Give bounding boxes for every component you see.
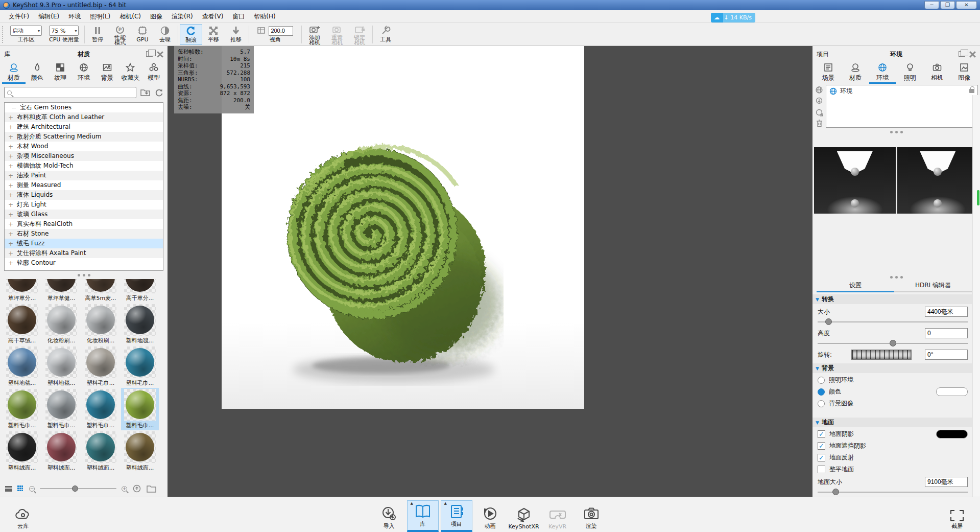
reset-camera-button[interactable]: 重置 相机 <box>326 24 348 45</box>
material-thumbnail[interactable]: 塑料毛巾... <box>42 388 80 430</box>
tools-button[interactable]: 工具 <box>374 24 397 45</box>
checkbox-icon-unchecked[interactable] <box>818 466 825 473</box>
size-slider[interactable] <box>818 318 968 326</box>
material-thumbnail[interactable]: 塑料毛巾... <box>82 388 119 430</box>
tree-item[interactable]: +油漆 Paint <box>5 171 163 180</box>
checkbox-ground-reflections[interactable]: ✓地面反射 <box>812 452 980 464</box>
workspace-combobox[interactable]: 启动▾ <box>10 26 42 36</box>
tree-item-fuzz-selected[interactable]: +绒毛 Fuzz <box>5 239 163 248</box>
pause-button[interactable]: 暂停 <box>86 24 109 45</box>
material-thumbnail[interactable]: 高干草分... <box>121 279 159 303</box>
hdri-preview[interactable] <box>897 147 979 214</box>
ground-size-slider[interactable] <box>818 489 968 496</box>
close-panel-icon[interactable] <box>157 51 163 58</box>
tab-hdri-editor[interactable]: HDRI 编辑器 <box>894 281 972 292</box>
fov-input[interactable] <box>269 26 293 36</box>
performance-mode-button[interactable]: P 性能 模式 <box>109 24 131 45</box>
ground-size-input[interactable] <box>925 477 968 487</box>
size-input[interactable] <box>925 307 968 317</box>
menu-camera[interactable]: 相机(C) <box>115 11 146 22</box>
tab-camera[interactable]: 相机 <box>923 61 950 84</box>
menu-edit[interactable]: 编辑(E) <box>34 11 64 22</box>
menu-view[interactable]: 查看(V) <box>198 11 228 22</box>
hdri-preview[interactable] <box>814 147 896 214</box>
dock-keyshotxr[interactable]: KeyShotXR <box>508 500 540 532</box>
dock-import[interactable]: 导入 <box>373 500 405 532</box>
section-background[interactable]: ▼背景 <box>812 363 972 373</box>
radio-color[interactable]: 颜色 <box>812 386 980 398</box>
splitter-handle[interactable] <box>812 128 980 136</box>
menu-render[interactable]: 渲染(R) <box>167 11 198 22</box>
height-slider[interactable] <box>818 340 968 347</box>
tree-item[interactable]: +测量 Measured <box>5 180 163 190</box>
menu-environment[interactable]: 环境 <box>64 11 85 22</box>
tree-item[interactable]: +布料和皮革 Cloth and Leather <box>5 112 163 122</box>
tab-models[interactable]: 模型 <box>142 61 165 84</box>
radio-icon-selected[interactable] <box>818 388 825 396</box>
material-thumbnail[interactable]: 高干草绒... <box>3 303 41 345</box>
material-thumbnail[interactable]: 塑料毛巾... <box>82 345 119 388</box>
tab-scene[interactable]: 场景 <box>815 61 842 84</box>
tree-item[interactable]: +杂项 Miscellaneous <box>5 151 163 161</box>
tree-item[interactable]: +石材 Stone <box>5 229 163 239</box>
checkbox-occlusion-shadows[interactable]: ✓地面遮挡阴影 <box>812 440 980 452</box>
dock-library[interactable]: 库 <box>407 500 439 532</box>
tree-item[interactable]: +艾仕得涂料 Axalta Paint <box>5 248 163 258</box>
dock-keyvr[interactable]: KeyVR <box>542 500 573 532</box>
refresh-icon[interactable] <box>155 88 163 97</box>
realtime-viewport[interactable]: 每秒帧数:5.7 时间:10m 8s 采样值:215 三角形:572,288 N… <box>168 46 812 497</box>
checkbox-icon-checked[interactable]: ✓ <box>818 454 825 461</box>
menu-lighting[interactable]: 照明(L) <box>85 11 115 22</box>
denoise-button[interactable]: 去噪 <box>154 24 176 45</box>
material-thumbnail[interactable]: 塑料绒面... <box>42 430 80 473</box>
tab-environment[interactable]: 环境 <box>869 61 896 84</box>
dock-animation[interactable]: 动画 <box>474 500 506 532</box>
import-folder-icon[interactable] <box>140 88 151 97</box>
folder-icon[interactable] <box>147 485 156 493</box>
material-thumbnail[interactable]: 塑料绒面... <box>121 430 159 473</box>
import-environment-icon[interactable] <box>815 97 824 106</box>
tree-item[interactable]: +液体 Liquids <box>5 190 163 200</box>
section-ground[interactable]: ▼地面 <box>812 418 972 427</box>
dock-render[interactable]: 渲染 <box>576 500 607 532</box>
float-panel-icon[interactable] <box>146 51 153 57</box>
tree-item[interactable]: +真实布料 RealCloth <box>5 219 163 229</box>
environment-list-item[interactable]: 环境 <box>826 85 977 97</box>
shadow-color-swatch[interactable] <box>936 430 968 438</box>
radio-icon[interactable] <box>818 377 825 384</box>
material-thumbnail[interactable]: 塑料地毯... <box>3 345 41 388</box>
radio-lighting-environment[interactable]: 照明环境 <box>812 374 980 386</box>
tree-item[interactable]: +灯光 Light <box>5 200 163 210</box>
tree-item[interactable]: +模德蚀纹 Mold-Tech <box>5 161 163 171</box>
material-thumbnail[interactable]: 塑料地毯... <box>121 303 159 345</box>
tree-item[interactable]: +木材 Wood <box>5 142 163 151</box>
tab-lighting[interactable]: 照明 <box>896 61 923 84</box>
rotation-dial[interactable] <box>851 350 912 360</box>
material-thumbnail[interactable]: 塑料绒面... <box>3 430 41 473</box>
add-environment-icon[interactable] <box>815 86 824 95</box>
menu-help[interactable]: 帮助(H) <box>249 11 280 22</box>
fuzzy-green-roll-model[interactable] <box>279 135 504 391</box>
rotation-input[interactable] <box>925 350 968 360</box>
section-transform[interactable]: ▼转换 <box>812 294 972 304</box>
tree-item[interactable]: +建筑 Architectural <box>5 122 163 132</box>
splitter-handle[interactable] <box>0 271 168 279</box>
tree-item[interactable]: +轮廓 Contour <box>5 258 163 268</box>
upload-icon[interactable] <box>132 484 141 493</box>
grid-view-icon[interactable] <box>17 485 24 492</box>
radio-icon[interactable] <box>818 400 825 407</box>
search-input[interactable] <box>14 89 133 96</box>
zoom-out-icon[interactable]: − <box>29 486 35 492</box>
background-color-swatch[interactable] <box>936 387 968 396</box>
search-box[interactable] <box>4 87 136 98</box>
thumbnail-size-slider[interactable] <box>40 485 116 492</box>
height-input[interactable] <box>925 328 968 338</box>
splitter-handle[interactable] <box>812 273 980 281</box>
menu-file[interactable]: 文件(F) <box>4 11 34 22</box>
checkbox-icon-checked[interactable]: ✓ <box>818 442 825 450</box>
gpu-button[interactable]: GPU <box>131 24 154 45</box>
tab-materials[interactable]: 材质 <box>2 61 26 84</box>
material-thumbnail[interactable]: 塑料地毯... <box>42 345 80 388</box>
list-view-icon[interactable] <box>5 486 12 492</box>
dock-project[interactable]: 项目 <box>441 500 472 532</box>
